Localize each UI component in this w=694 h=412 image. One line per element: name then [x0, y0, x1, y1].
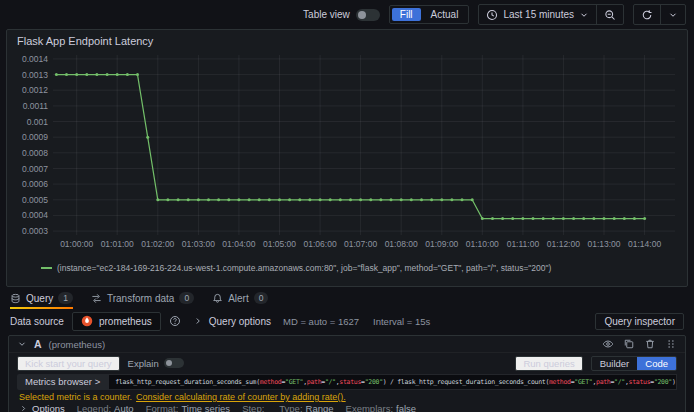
explain-label: Explain — [128, 358, 159, 369]
counter-warning: Selected metric is a counter. Consider c… — [9, 391, 685, 403]
option-exemplars: Exemplars:false — [346, 403, 417, 412]
editor-tabs: Query 1 Transform data 0 Alert 0 — [0, 290, 694, 309]
option-step: Step: — [242, 403, 267, 412]
svg-text:01:04:00: 01:04:00 — [222, 239, 255, 249]
svg-text:01:00:00: 01:00:00 — [60, 239, 93, 249]
time-range-picker[interactable]: Last 15 minutes — [479, 5, 596, 24]
datasource-help-button[interactable] — [169, 315, 181, 327]
svg-text:01:08:00: 01:08:00 — [385, 239, 418, 249]
svg-text:0.0003: 0.0003 — [22, 226, 48, 236]
svg-text:0.0013: 0.0013 — [22, 70, 48, 80]
clock-icon — [486, 9, 498, 21]
datasource-name: prometheus — [99, 316, 152, 327]
table-view-control: Table view — [303, 9, 380, 21]
kick-start-query-button[interactable]: Kick start your query — [17, 356, 120, 371]
svg-text:0.001: 0.001 — [27, 117, 49, 127]
option-format: Format:Time series — [146, 403, 230, 412]
code-option[interactable]: Code — [637, 357, 676, 370]
query-options-label: Query options — [209, 316, 271, 327]
bell-icon — [212, 293, 223, 304]
query-inspector-button[interactable]: Query inspector — [595, 313, 684, 330]
query-datasource-hint: (prometheus) — [49, 339, 106, 350]
hide-query-button[interactable] — [602, 338, 614, 350]
query-count-badge: 1 — [58, 292, 73, 304]
zoom-out-button[interactable] — [596, 5, 623, 24]
query-toolbar: Kick start your query Explain Run querie… — [9, 353, 685, 373]
remove-query-button[interactable] — [644, 338, 656, 350]
query-options-summary: MD = auto = 1627 Interval = 15s — [283, 316, 430, 327]
prometheus-icon — [81, 315, 93, 327]
query-expression-row: Metrics browser > flask_http_request_dur… — [9, 373, 685, 391]
tab-alert[interactable]: Alert 0 — [212, 290, 268, 309]
svg-text:01:05:00: 01:05:00 — [263, 239, 296, 249]
warning-hint-link[interactable]: Consider calculating rate of counter by … — [136, 392, 346, 402]
svg-text:0.0014: 0.0014 — [22, 54, 48, 64]
promql-expression-input[interactable]: flask_http_request_duration_seconds_sum(… — [108, 374, 677, 390]
time-range-label: Last 15 minutes — [503, 9, 574, 20]
options-label: Options — [32, 403, 65, 412]
alert-count-badge: 0 — [254, 292, 269, 304]
svg-text:01:06:00: 01:06:00 — [304, 239, 337, 249]
query-row-header[interactable]: A (prometheus) — [9, 336, 685, 353]
svg-text:01:07:00: 01:07:00 — [344, 239, 377, 249]
metrics-browser-button[interactable]: Metrics browser > — [17, 374, 108, 390]
svg-text:0.0007: 0.0007 — [22, 164, 48, 174]
refresh-interval-dropdown[interactable] — [660, 5, 685, 24]
database-icon — [10, 293, 21, 304]
question-circle-icon — [169, 315, 181, 327]
svg-text:01:01:00: 01:01:00 — [101, 239, 134, 249]
svg-text:01:02:00: 01:02:00 — [141, 239, 174, 249]
query-row-actions — [602, 338, 677, 350]
svg-text:0.0011: 0.0011 — [23, 101, 49, 111]
svg-text:01:11:00: 01:11:00 — [507, 239, 540, 249]
refresh-icon — [641, 9, 653, 21]
refresh-controls — [633, 4, 686, 25]
run-queries-button[interactable]: Run queries — [515, 356, 582, 371]
query-ref-id: A — [34, 338, 42, 350]
option-type: Type:Range — [279, 403, 333, 412]
svg-text:01:03:00: 01:03:00 — [182, 239, 215, 249]
query-options-expander[interactable]: Query options — [193, 316, 271, 327]
builder-option[interactable]: Builder — [592, 357, 638, 370]
panel-title: Flask App Endpoint Latency — [17, 35, 677, 47]
chart-legend[interactable]: (instance="ec2-184-169-216-224.us-west-1… — [17, 263, 677, 273]
chevron-right-icon — [193, 316, 203, 326]
transform-count-badge: 0 — [179, 292, 194, 304]
explain-toggle[interactable] — [164, 358, 184, 368]
svg-text:01:13:00: 01:13:00 — [587, 239, 620, 249]
tab-query-label: Query — [26, 293, 53, 304]
svg-text:0.0008: 0.0008 — [22, 148, 48, 158]
refresh-button[interactable] — [634, 5, 660, 24]
tab-transform[interactable]: Transform data 0 — [91, 290, 194, 309]
actual-option[interactable]: Actual — [423, 8, 467, 21]
interval-summary: Interval = 15s — [373, 316, 430, 327]
tab-alert-label: Alert — [228, 293, 249, 304]
svg-text:0.0012: 0.0012 — [22, 85, 48, 95]
max-datapoints-summary: MD = auto = 1627 — [283, 316, 359, 327]
warning-text: Selected metric is a counter. — [19, 392, 132, 402]
options-expander[interactable]: Options — [19, 403, 65, 412]
chevron-down-icon — [17, 339, 27, 349]
chevron-down-icon — [579, 10, 589, 20]
datasource-picker[interactable]: prometheus — [72, 312, 161, 331]
svg-text:0.0005: 0.0005 — [22, 195, 48, 205]
datasource-label: Data source — [10, 316, 64, 327]
series-label: (instance="ec2-184-169-216-224.us-west-1… — [57, 263, 551, 273]
latency-chart[interactable]: 0.00140.00130.00120.00110.0010.00090.000… — [17, 49, 679, 261]
panel-editor-toolbar: Table view Fill Actual Last 15 minutes — [0, 0, 694, 26]
query-editor-card: A (prometheus) Kick start your query Exp… — [8, 335, 686, 412]
svg-text:0.0006: 0.0006 — [22, 179, 48, 189]
fill-option[interactable]: Fill — [392, 8, 421, 21]
table-view-label: Table view — [303, 9, 350, 20]
tab-query[interactable]: Query 1 — [10, 290, 73, 309]
query-options-footer: Options Legend:Auto Format:Time series S… — [9, 403, 685, 412]
table-view-toggle[interactable] — [356, 9, 380, 21]
svg-text:01:09:00: 01:09:00 — [425, 239, 458, 249]
builder-code-switch: Builder Code — [591, 356, 677, 371]
svg-text:01:12:00: 01:12:00 — [547, 239, 580, 249]
time-series-panel: Flask App Endpoint Latency 0.00140.00130… — [6, 29, 688, 287]
datasource-row: Data source prometheus Query options MD … — [0, 309, 694, 333]
duplicate-query-button[interactable] — [623, 338, 635, 350]
drag-handle-icon[interactable] — [665, 338, 677, 350]
tab-transform-label: Transform data — [107, 293, 174, 304]
